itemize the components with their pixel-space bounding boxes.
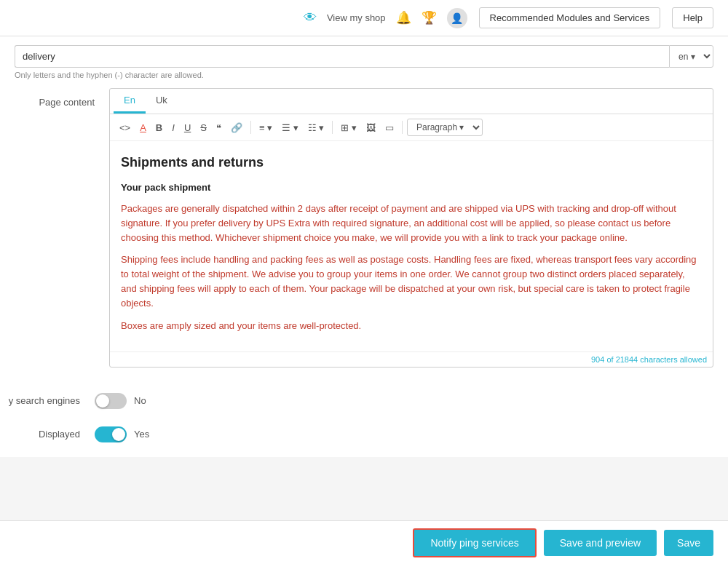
lang-select[interactable]: en ▾ bbox=[669, 45, 713, 68]
toolbar-italic[interactable]: I bbox=[168, 120, 178, 135]
friendly-url-hint: Only letters and the hyphen (-) characte… bbox=[15, 71, 713, 79]
footer-bar: Notify ping services Save and preview Sa… bbox=[0, 520, 728, 564]
editor-title: Shipments and returns bbox=[121, 152, 702, 173]
friendly-url-input[interactable] bbox=[15, 45, 669, 68]
toolbar-align[interactable]: ≡ ▾ bbox=[256, 120, 276, 135]
toolbar-divider-1 bbox=[250, 121, 251, 134]
toolbar-list-ol[interactable]: ☷ ▾ bbox=[304, 120, 328, 135]
toolbar-divider-2 bbox=[332, 121, 333, 134]
displayed-row: Displayed Yes bbox=[0, 418, 713, 451]
view-shop-link[interactable]: View my shop bbox=[327, 12, 386, 23]
toolbar-paragraph-select[interactable]: Paragraph ▾ bbox=[407, 119, 483, 136]
help-button[interactable]: Help bbox=[672, 7, 713, 28]
page-content-editor: En Uk <> A B I U S ❝ 🔗 ≡ ▾ ☰ ▾ ☷ ▾ ⊞ ▾ 🖼 bbox=[109, 88, 713, 368]
displayed-value: Yes bbox=[134, 429, 149, 440]
toolbar-link[interactable]: 🔗 bbox=[227, 120, 246, 135]
editor-body[interactable]: Shipments and returns Your pack shipment… bbox=[110, 141, 713, 351]
toolbar-table[interactable]: ⊞ ▾ bbox=[337, 120, 360, 135]
toolbar-underline[interactable]: U bbox=[181, 120, 194, 135]
toolbar-blockquote[interactable]: ❝ bbox=[213, 120, 225, 135]
displayed-label: Displayed bbox=[0, 429, 95, 440]
save-button[interactable]: Save bbox=[664, 530, 713, 556]
friendly-url-field: en ▾ Only letters and the hyphen (-) cha… bbox=[15, 45, 713, 79]
toolbar-divider-3 bbox=[402, 121, 403, 134]
editor-paragraph-1: Packages are generally dispatched within… bbox=[121, 202, 702, 245]
toolbar-strikethrough[interactable]: S bbox=[197, 120, 210, 135]
friendly-url-label: Friendly URL bbox=[0, 45, 15, 62]
toolbar-font-color[interactable]: A bbox=[136, 120, 150, 135]
displayed-thumb bbox=[112, 428, 125, 441]
char-count: 904 of 21844 characters allowed bbox=[110, 351, 713, 367]
search-engines-row: y search engines No bbox=[0, 384, 713, 418]
toggles-section: y search engines No Displayed Yes bbox=[0, 378, 728, 457]
main-content: Friendly URL en ▾ Only letters and the h… bbox=[0, 36, 728, 378]
tab-uk[interactable]: Uk bbox=[146, 89, 178, 114]
toolbar-layout[interactable]: ▭ bbox=[381, 120, 397, 135]
bell-icon[interactable]: 🔔 bbox=[396, 10, 411, 25]
trophy-icon[interactable]: 🏆 bbox=[422, 10, 437, 25]
page-content-label: Page content bbox=[15, 88, 109, 108]
editor-paragraph-3: Boxes are amply sized and your items are… bbox=[121, 319, 702, 333]
view-shop-text: View my shop bbox=[327, 12, 386, 23]
notify-ping-button[interactable]: Notify ping services bbox=[413, 528, 536, 557]
toolbar-image[interactable]: 🖼 bbox=[363, 120, 379, 135]
toolbar-list-ul[interactable]: ☰ ▾ bbox=[278, 120, 302, 135]
toolbar-bold[interactable]: B bbox=[152, 120, 166, 135]
editor-subtitle: Your pack shipment bbox=[121, 180, 702, 196]
tab-en[interactable]: En bbox=[114, 89, 146, 114]
search-engines-toggle[interactable] bbox=[95, 393, 127, 409]
recommended-modules-button[interactable]: Recommended Modules and Services bbox=[479, 7, 661, 28]
header-icons: 👁 View my shop 🔔 🏆 👤 bbox=[304, 8, 467, 28]
displayed-toggle[interactable] bbox=[95, 426, 127, 442]
eye-icon: 👁 bbox=[304, 10, 317, 25]
user-avatar[interactable]: 👤 bbox=[447, 8, 467, 28]
save-preview-button[interactable]: Save and preview bbox=[544, 530, 657, 556]
editor-toolbar: <> A B I U S ❝ 🔗 ≡ ▾ ☰ ▾ ☷ ▾ ⊞ ▾ 🖼 ▭ Par… bbox=[110, 114, 713, 141]
toolbar-code[interactable]: <> bbox=[116, 120, 134, 135]
editor-tabs: En Uk bbox=[110, 89, 713, 114]
search-engines-value: No bbox=[134, 395, 146, 406]
search-engines-thumb bbox=[96, 394, 109, 408]
editor-paragraph-2: Shipping fees include handling and packi… bbox=[121, 253, 702, 311]
header: 👁 View my shop 🔔 🏆 👤 Recommended Modules… bbox=[0, 0, 728, 36]
search-engines-label: y search engines bbox=[0, 395, 95, 406]
